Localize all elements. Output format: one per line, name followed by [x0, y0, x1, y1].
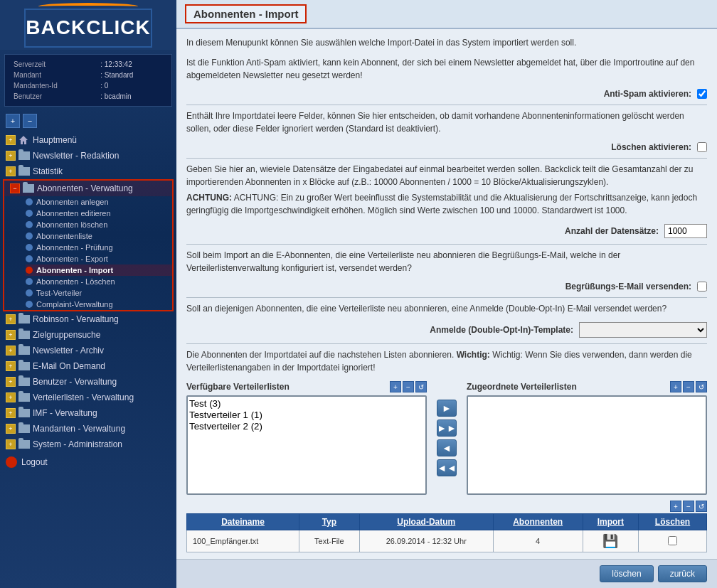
serverzeit-label: Serverzeit: [12, 60, 97, 69]
begrussing-text: Soll beim Import an die E-Abonnenten, di…: [186, 249, 707, 274]
files-refresh-button[interactable]: ↺: [696, 501, 707, 512]
loeschen-button[interactable]: löschen: [600, 565, 653, 582]
abonnenten-subnav: Abonnenten anlegen Abonnenten editieren …: [4, 196, 172, 310]
available-lists-header: Verfügbare Verteilerlisten + − ↺: [186, 381, 427, 392]
sidebar-item-statistik[interactable]: + Statistik: [0, 164, 176, 179]
logo-area: BACKCLICK: [0, 0, 176, 50]
list-option[interactable]: Testverteiler 2 (2): [189, 421, 424, 432]
available-lists-refresh-button[interactable]: ↺: [415, 381, 427, 392]
transfer-buttons: ► ►► ◄ ◄◄: [434, 381, 460, 495]
available-lists-listbox[interactable]: Test (3) Testverteiler 1 (1) Testverteil…: [186, 395, 427, 495]
transfer-left-button[interactable]: ◄: [437, 439, 457, 456]
sidebar-item-zielgruppensuche[interactable]: + Zielgruppensuche: [0, 327, 176, 343]
sidebar-item-abonnenten-loschen2[interactable]: Abonnenten - Löschen: [26, 276, 172, 287]
available-lists-box: Verfügbare Verteilerlisten + − ↺ Test (3…: [186, 381, 427, 495]
begrussing-row: Begrüßungs-E-Mail versenden:: [186, 282, 707, 292]
sidebar-icon-buttons: + −: [0, 111, 176, 131]
sidebar-item-newsletter-archiv[interactable]: + Newsletter - Archiv: [0, 343, 176, 358]
bullet-icon: [26, 244, 33, 251]
expand-all-button[interactable]: +: [6, 114, 20, 128]
list-option[interactable]: Test (3): [189, 398, 424, 410]
cell-loeschen[interactable]: [639, 530, 707, 552]
expand-icon: +: [6, 392, 16, 402]
sidebar-item-mandanten-verwaltung[interactable]: + Mandanten - Verwaltung: [0, 421, 176, 437]
folder-icon: [18, 315, 30, 324]
datensatze-achtung: ACHTUNG: ACHTUNG: Ein zu großer Wert bee…: [186, 191, 707, 217]
expand-icon: +: [6, 330, 16, 340]
transfer-all-left-button[interactable]: ◄◄: [437, 459, 457, 476]
cell-import[interactable]: 💾: [583, 530, 639, 552]
transfer-right-button[interactable]: ►: [437, 400, 457, 417]
available-lists-remove-button[interactable]: −: [403, 381, 414, 392]
folder-icon: [18, 167, 30, 176]
sidebar-item-imf-verwaltung[interactable]: + IMF - Verwaltung: [0, 405, 176, 421]
loeschen-checkbox[interactable]: [697, 142, 707, 152]
sidebar-item-abonnenten-editieren[interactable]: Abonnenten editieren: [26, 208, 172, 219]
sidebar-item-abonnenten-import[interactable]: Abonnenten - Import: [26, 264, 172, 276]
bullet-icon: [26, 210, 33, 217]
expand-icon: −: [10, 183, 20, 193]
home-icon: [18, 135, 30, 145]
sidebar-item-verteilerlisten-verwaltung[interactable]: + Verteilerlisten - Verwaltung: [0, 390, 176, 405]
sidebar-item-abonnenten-export[interactable]: Abonnenten - Export: [26, 253, 172, 264]
sidebar-item-abonnenten-prufung[interactable]: Abonnenten - Prüfung: [26, 242, 172, 253]
collapse-all-button[interactable]: −: [23, 114, 37, 128]
assigned-lists-listbox[interactable]: [467, 395, 707, 495]
anmelde-label: Anmelde (Double-Opt-In)-Template:: [430, 325, 573, 335]
folder-icon: [18, 362, 30, 370]
datensatze-input[interactable]: 1000: [664, 224, 707, 238]
assigned-lists-remove-button[interactable]: −: [683, 381, 694, 392]
sidebar-item-complaint-verwaltung[interactable]: Complaint-Verwaltung: [26, 299, 172, 310]
bullet-icon: [26, 301, 33, 308]
assigned-lists-title: Zugeordnete Verteilerlisten: [467, 382, 577, 392]
sidebar-item-abonnenten-verwaltung[interactable]: − Abonnenten - Verwaltung: [4, 181, 172, 196]
logout-icon: [6, 456, 17, 468]
begrussing-checkbox[interactable]: [697, 282, 707, 292]
loeschen-label: Löschen aktivieren:: [611, 142, 691, 152]
sidebar-item-label: Robinson - Verwaltung: [33, 314, 119, 324]
folder-icon: [18, 409, 30, 417]
files-table: Dateiname Typ Upload-Datum Abonnenten Im…: [186, 513, 707, 552]
anmelde-template-select[interactable]: [579, 322, 707, 338]
delete-checkbox[interactable]: [668, 536, 677, 545]
transfer-all-right-button[interactable]: ►►: [437, 419, 457, 437]
list-option[interactable]: Testverteiler 1 (1): [189, 410, 424, 421]
sidebar-item-test-verteiler[interactable]: Test-Verteiler: [26, 287, 172, 299]
sidebar-item-abonnenten-anlegen[interactable]: Abonnenten anlegen: [26, 196, 172, 208]
nav-items: + Hauptmenü + Newsletter - Redaktion + S…: [0, 131, 176, 588]
mandant-value: : Standard: [99, 70, 164, 80]
col-header-typ: Typ: [299, 514, 360, 530]
sidebar-item-robinson-verwaltung[interactable]: + Robinson - Verwaltung: [0, 311, 176, 327]
cell-upload-datum: 26.09.2014 - 12:32 Uhr: [359, 530, 493, 552]
files-controls: + − ↺: [186, 501, 707, 512]
sidebar-item-system-administration[interactable]: + System - Administration: [0, 437, 176, 452]
sidebar-item-label: Verteilerlisten - Verwaltung: [33, 392, 134, 402]
sidebar-item-hauptmenu[interactable]: + Hauptmenü: [0, 132, 176, 148]
sidebar-item-newsletter-redaktion[interactable]: + Newsletter - Redaktion: [0, 148, 176, 164]
sidebar-item-label: Newsletter - Redaktion: [33, 151, 119, 161]
sidebar-item-email-on-demand[interactable]: + E-Mail On Demand: [0, 358, 176, 374]
svg-point-1: [9, 459, 14, 465]
serverzeit-value: : 12:33:42: [99, 60, 164, 69]
expand-icon: +: [6, 166, 16, 176]
expand-icon: +: [6, 151, 16, 161]
logout-item[interactable]: Logout: [0, 452, 176, 472]
folder-icon: [18, 440, 30, 449]
sidebar-item-benutzer-verwaltung[interactable]: + Benutzer - Verwaltung: [0, 374, 176, 390]
expand-icon: +: [6, 408, 16, 418]
zuruck-button[interactable]: zurück: [658, 565, 707, 582]
assigned-lists-add-button[interactable]: +: [670, 381, 681, 392]
intro-text: In diesem Menupunkt können Sie auswählen…: [186, 36, 707, 49]
files-add-button[interactable]: +: [670, 501, 681, 512]
antispam-label: Anti-Spam aktivieren:: [604, 89, 691, 99]
sidebar-item-abonnenten-loschen[interactable]: Abonnenten löschen: [26, 219, 172, 230]
sidebar-item-abonnentenliste[interactable]: Abonnentenliste: [26, 230, 172, 242]
assigned-lists-refresh-button[interactable]: ↺: [696, 381, 707, 392]
datensatze-text-block: Geben Sie hier an, wieviele Datensätze d…: [186, 163, 707, 217]
cell-typ: Text-File: [299, 530, 360, 552]
antispam-checkbox[interactable]: [697, 89, 707, 99]
files-remove-button[interactable]: −: [683, 501, 694, 512]
available-lists-add-button[interactable]: +: [390, 381, 401, 392]
benutzer-label: Benutzer: [12, 92, 97, 101]
assigned-lists-box: Zugeordnete Verteilerlisten + − ↺: [467, 381, 707, 495]
